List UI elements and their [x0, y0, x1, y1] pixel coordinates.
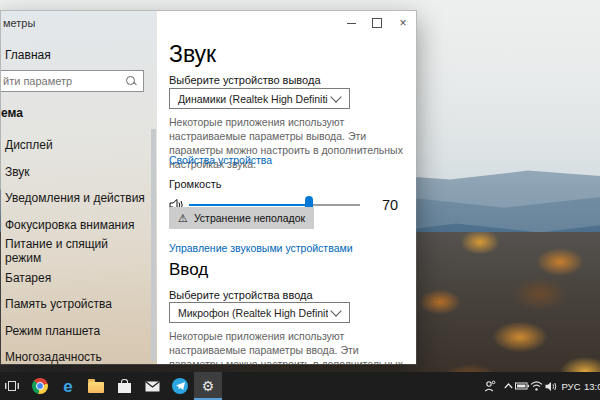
minimize-icon — [347, 23, 356, 24]
sidebar-section-system: ема — [1, 106, 23, 120]
sidebar-item-focus[interactable]: Фокусировка внимания — [1, 212, 147, 239]
people-icon — [484, 380, 496, 392]
sidebar-scrollbar[interactable] — [151, 129, 156, 361]
input-device-label: Выберите устройства ввода — [169, 289, 313, 301]
close-icon: × — [399, 17, 406, 29]
page-title: Звук — [169, 41, 216, 68]
battery-button[interactable] — [514, 372, 530, 400]
sidebar-item-multitasking[interactable]: Многозадачность — [1, 344, 147, 364]
sidebar-item-tablet-mode[interactable]: Режим планшета — [1, 318, 147, 345]
chevron-down-icon — [330, 91, 341, 102]
device-properties-link[interactable]: Свойства устройства — [169, 154, 272, 166]
volume-slider-track[interactable] — [189, 204, 360, 206]
input-device-value: Микрофон (Realtek High Definition… — [170, 307, 328, 319]
battery-icon — [515, 382, 529, 390]
edge-button[interactable]: e — [54, 372, 82, 400]
output-device-label: Выберите устройство вывода — [169, 74, 321, 86]
search-input[interactable] — [1, 75, 124, 87]
sidebar-item-notifications[interactable]: Уведомления и действия — [1, 185, 147, 212]
volume-tray-button[interactable] — [543, 372, 559, 400]
sidebar-nav: Дисплей Звук Уведомления и действия Фоку… — [1, 132, 147, 364]
chrome-icon — [32, 378, 48, 394]
input-section-heading: Ввод — [169, 260, 208, 280]
maximize-button[interactable] — [364, 11, 390, 35]
chevron-down-icon — [330, 305, 341, 316]
input-note: Некоторые приложения используют настраив… — [169, 330, 412, 364]
clock-time: 13:0 — [584, 381, 600, 392]
mail-button[interactable] — [138, 372, 166, 400]
telegram-button[interactable] — [166, 372, 194, 400]
desktop: метры Главная ема Дисплей Звук Уведомлен… — [0, 0, 600, 400]
sound-settings-panel: × Звук Выберите устройство вывода Динами… — [157, 11, 416, 364]
gear-icon: ⚙ — [202, 379, 215, 393]
settings-taskbar-button[interactable]: ⚙ — [194, 372, 222, 400]
taskbar: e ⚙ — [0, 372, 600, 400]
sidebar-item-display[interactable]: Дисплей — [1, 132, 147, 159]
troubleshoot-button[interactable]: ⚠ Устранение неполадок — [169, 207, 314, 229]
telegram-icon — [172, 378, 188, 394]
store-button[interactable] — [110, 372, 138, 400]
speaker-tray-icon — [545, 381, 558, 392]
edge-icon: e — [63, 378, 72, 395]
mail-icon — [145, 381, 160, 392]
people-button[interactable] — [481, 372, 499, 400]
search-box[interactable] — [1, 70, 144, 92]
language-label: РУС — [561, 381, 580, 392]
file-explorer-button[interactable] — [82, 372, 110, 400]
window-title-partial: метры — [3, 17, 35, 29]
settings-window: метры Главная ема Дисплей Звук Уведомлен… — [0, 10, 417, 365]
manage-sound-devices-link[interactable]: Управление звуковыми устройствами — [169, 242, 353, 254]
search-icon — [124, 74, 138, 88]
sidebar-item-sound[interactable]: Звук — [1, 159, 147, 186]
wifi-icon — [530, 381, 543, 391]
clock[interactable]: 13:0 — [584, 372, 600, 400]
close-button[interactable]: × — [390, 11, 416, 35]
input-device-dropdown[interactable]: Микрофон (Realtek High Definition… — [169, 302, 350, 323]
warning-icon: ⚠ — [178, 213, 188, 224]
file-explorer-icon — [88, 382, 104, 393]
volume-value: 70 — [382, 197, 398, 213]
chevron-up-icon — [504, 383, 513, 389]
sidebar-item-power[interactable]: Питание и спящий режим — [1, 238, 147, 265]
settings-sidebar: метры Главная ема Дисплей Звук Уведомлен… — [1, 11, 157, 364]
maximize-icon — [372, 18, 382, 28]
volume-slider-fill — [189, 204, 309, 206]
sidebar-item-storage[interactable]: Память устройства — [1, 291, 147, 318]
hidden-icons-button[interactable] — [501, 372, 515, 400]
output-device-value: Динамики (Realtek High Definition… — [170, 93, 328, 105]
language-indicator[interactable]: РУС — [559, 372, 583, 400]
wifi-button[interactable] — [529, 372, 544, 400]
output-device-dropdown[interactable]: Динамики (Realtek High Definition… — [169, 88, 350, 109]
store-icon — [118, 383, 131, 393]
sidebar-item-home[interactable]: Главная — [5, 48, 51, 62]
minimize-button[interactable] — [338, 11, 364, 35]
volume-label: Громкость — [169, 178, 221, 190]
troubleshoot-label: Устранение неполадок — [194, 212, 305, 224]
task-view-button[interactable] — [0, 372, 24, 400]
sidebar-item-battery[interactable]: Батарея — [1, 265, 147, 292]
chrome-button[interactable] — [26, 372, 54, 400]
task-view-icon — [5, 380, 19, 392]
window-controls: × — [338, 11, 416, 35]
